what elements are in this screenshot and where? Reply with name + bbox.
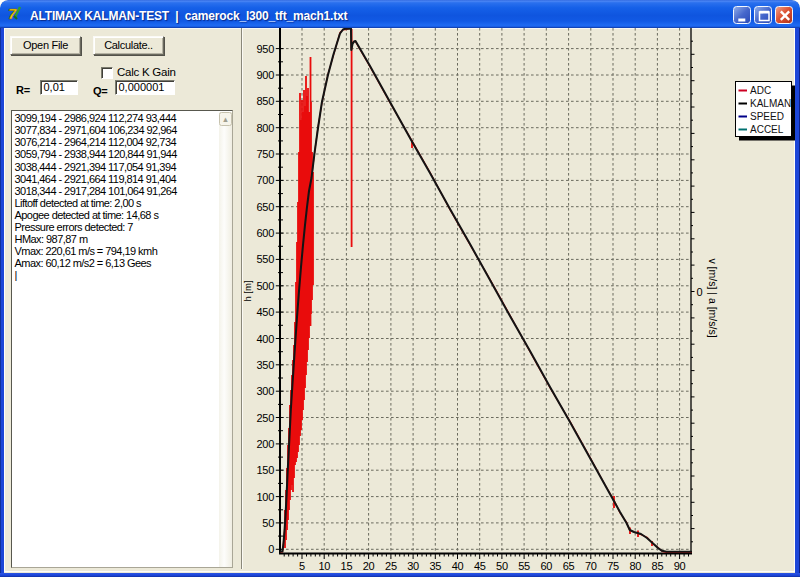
- svg-text:350: 350: [257, 359, 275, 371]
- svg-text:ACCEL: ACCEL: [750, 124, 784, 135]
- svg-text:90: 90: [674, 560, 686, 572]
- svg-text:200: 200: [257, 438, 275, 450]
- svg-text:80: 80: [629, 560, 641, 572]
- svg-text:950: 950: [257, 43, 275, 55]
- svg-text:650: 650: [257, 201, 275, 213]
- svg-text:900: 900: [257, 69, 275, 81]
- svg-text:20: 20: [363, 560, 375, 572]
- svg-text:40: 40: [452, 560, 464, 572]
- svg-text:25: 25: [385, 560, 397, 572]
- svg-text:500: 500: [257, 280, 275, 292]
- svg-text:0: 0: [268, 543, 274, 555]
- svg-text:400: 400: [257, 333, 275, 345]
- svg-text:35: 35: [429, 560, 441, 572]
- svg-text:h [m]: h [m]: [242, 280, 253, 301]
- svg-text:70: 70: [585, 560, 597, 572]
- svg-text:45: 45: [474, 560, 486, 572]
- svg-text:300: 300: [257, 385, 275, 397]
- svg-text:65: 65: [563, 560, 575, 572]
- svg-text:100: 100: [257, 491, 275, 503]
- svg-text:55: 55: [518, 560, 530, 572]
- svg-text:ADC: ADC: [750, 85, 771, 96]
- svg-text:5: 5: [299, 560, 305, 572]
- svg-text:10: 10: [318, 560, 330, 572]
- svg-text:250: 250: [257, 412, 275, 424]
- svg-text:60: 60: [540, 560, 552, 572]
- svg-text:KALMAN: KALMAN: [750, 98, 791, 109]
- svg-text:700: 700: [257, 174, 275, 186]
- svg-text:550: 550: [257, 253, 275, 265]
- svg-text:30: 30: [407, 560, 419, 572]
- svg-text:50: 50: [496, 560, 508, 572]
- svg-text:50: 50: [262, 517, 274, 529]
- svg-text:450: 450: [257, 306, 275, 318]
- svg-text:750: 750: [257, 148, 275, 160]
- svg-text:600: 600: [257, 227, 275, 239]
- svg-text:85: 85: [652, 560, 664, 572]
- svg-text:150: 150: [257, 464, 275, 476]
- svg-text:v [m/s] | a [m/s/s]: v [m/s] | a [m/s/s]: [707, 258, 719, 337]
- svg-text:850: 850: [257, 95, 275, 107]
- svg-text:SPEED: SPEED: [750, 111, 784, 122]
- svg-text:75: 75: [607, 560, 619, 572]
- svg-text:0: 0: [697, 286, 703, 298]
- svg-text:15: 15: [341, 560, 353, 572]
- svg-text:800: 800: [257, 122, 275, 134]
